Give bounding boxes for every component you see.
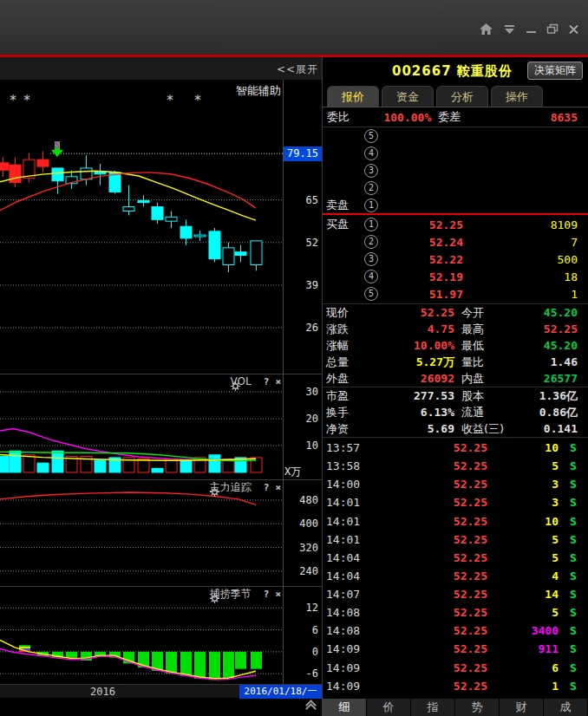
trade-row: 14:0952.256S <box>323 659 588 677</box>
sell-label: 卖盘 <box>326 198 364 213</box>
trade-price: 52.25 <box>383 478 487 491</box>
star-marker: * <box>23 93 30 108</box>
trade-row: 14:0852.255S <box>323 603 588 622</box>
stat-value: 45.20 <box>510 306 578 319</box>
y-axis-label: 65 <box>284 194 318 206</box>
stat-value: 45.20 <box>510 339 578 352</box>
close-panel-icon[interactable]: × <box>275 376 281 387</box>
trade-price: 52.25 <box>383 642 487 655</box>
stat-value: 1.46 <box>510 355 578 368</box>
tab-操作[interactable]: 操作 <box>491 86 543 107</box>
stat-value: 5.27万 <box>366 355 454 370</box>
stat-label: 外盘 <box>326 371 366 387</box>
trade-row: 14:0452.255S <box>323 549 588 567</box>
tab-分析[interactable]: 分析 <box>436 86 488 107</box>
close-panel-icon[interactable]: × <box>275 482 281 493</box>
level-badge: 4 <box>364 270 378 283</box>
sell-level-row[interactable]: 卖盘1 <box>323 197 588 214</box>
help-icon[interactable]: ? <box>264 589 270 600</box>
help-icon[interactable]: ? <box>264 376 270 387</box>
bottom-left-strip <box>0 699 322 716</box>
trade-side: S <box>559 588 588 601</box>
sell-levels: 5432卖盘1 <box>323 127 588 214</box>
minimize-button[interactable] <box>526 24 537 35</box>
stat-label: 股本 <box>454 388 510 404</box>
help-icon[interactable]: ? <box>264 482 270 493</box>
trade-side: S <box>559 551 588 564</box>
chart-panel-zhuli <box>0 479 283 586</box>
stat-row: 市盈277.53股本1.36亿 <box>323 387 588 404</box>
cursor-date-box[interactable]: 2016/01/18/一 <box>239 685 322 699</box>
trade-volume: 10 <box>487 515 559 528</box>
tab-资金[interactable]: 资金 <box>382 86 434 107</box>
stat-label: 收益(三) <box>454 421 510 437</box>
sell-level-row[interactable]: 2 <box>323 179 588 197</box>
close-button[interactable] <box>568 24 579 35</box>
buy-level-row[interactable]: 452.1918 <box>323 268 588 285</box>
dropdown-icon[interactable] <box>503 24 516 35</box>
expand-panel-button[interactable]: <<展开 <box>277 62 318 77</box>
trade-side: S <box>559 606 588 619</box>
stat-row: 换手6.13%流通0.86亿 <box>323 404 588 420</box>
level-badge: 3 <box>364 164 378 178</box>
stock-name: 鞍重股份 <box>457 63 513 79</box>
stock-code: 002667 <box>392 63 452 79</box>
buy-level-row[interactable]: 买盘152.258109 <box>323 216 588 233</box>
tab-报价[interactable]: 报价 <box>327 86 379 107</box>
kline-chart[interactable]: S65523926智能辅助79.15****302010X万VOL?×48040… <box>0 80 322 684</box>
trade-side: S <box>559 624 588 637</box>
star-marker: * <box>166 93 173 108</box>
stat-label: 量比 <box>454 355 510 370</box>
trade-time: 13:57 <box>326 441 383 454</box>
star-marker: * <box>193 93 201 108</box>
trade-price: 52.25 <box>383 496 487 509</box>
buy-price: 52.25 <box>390 218 463 231</box>
bottom-tab-指[interactable]: 指 <box>411 699 455 716</box>
bottom-tab-价[interactable]: 价 <box>367 699 411 716</box>
sell-level-row[interactable]: 3 <box>323 162 588 179</box>
trade-side: S <box>559 459 588 472</box>
restore-button[interactable] <box>546 23 559 35</box>
price-stats: 现价52.25今开45.20涨跌4.75最高52.25涨幅10.00%最低45.… <box>323 304 588 387</box>
home-icon[interactable] <box>479 23 493 36</box>
level-badge: 5 <box>364 129 378 143</box>
stat-value: 6.13% <box>366 406 454 419</box>
stat-label: 涨幅 <box>326 338 366 354</box>
stat-label: 市盈 <box>326 388 366 404</box>
y-axis-label: 26 <box>284 322 318 334</box>
bottom-tab-财[interactable]: 财 <box>500 699 544 716</box>
trade-volume: 10 <box>487 441 559 454</box>
trade-time: 14:09 <box>326 642 383 655</box>
panel-header-vol: VOL?× <box>231 375 281 387</box>
decision-matrix-button[interactable]: 决策矩阵 <box>527 62 583 80</box>
level-badge: 3 <box>364 252 378 266</box>
trade-row: 14:0952.251S <box>323 677 588 695</box>
trade-price: 52.25 <box>383 441 487 454</box>
close-panel-icon[interactable]: × <box>275 589 281 600</box>
stock-app-window: <<展开 S65523926智能辅助79.15****302010X万VOL?×… <box>0 0 588 716</box>
stat-label: 流通 <box>454 405 510 420</box>
trade-price: 52.25 <box>383 533 487 546</box>
trade-time: 14:09 <box>326 680 383 693</box>
trade-time: 14:04 <box>326 570 383 583</box>
bid-ask-divider <box>323 213 588 215</box>
weibi-label: 委比 <box>327 109 365 125</box>
sell-level-row[interactable]: 5 <box>323 127 588 145</box>
trade-side: S <box>559 680 588 693</box>
trade-volume: 911 <box>487 642 559 655</box>
sell-level-row[interactable]: 4 <box>323 145 588 162</box>
stat-label: 换手 <box>326 405 366 420</box>
buy-level-row[interactable]: 252.247 <box>323 233 588 251</box>
trade-row: 14:0752.2514S <box>323 585 588 603</box>
buy-level-row[interactable]: 551.971 <box>323 285 588 303</box>
bottom-tab-成[interactable]: 成 <box>544 699 588 716</box>
collapse-up-icon[interactable] <box>307 701 315 713</box>
buy-level-row[interactable]: 352.22500 <box>323 251 588 268</box>
stat-label: 现价 <box>326 305 366 321</box>
bottom-tab-细[interactable]: 细 <box>323 699 367 716</box>
weibi-value: 100.00% <box>365 111 431 124</box>
tick-trade-list: 13:5752.2510S13:5852.255S14:0052.253S14:… <box>323 439 588 695</box>
stat-value: 26092 <box>366 372 454 385</box>
stat-value: 26577 <box>510 372 578 385</box>
bottom-tab-势[interactable]: 势 <box>455 699 500 716</box>
